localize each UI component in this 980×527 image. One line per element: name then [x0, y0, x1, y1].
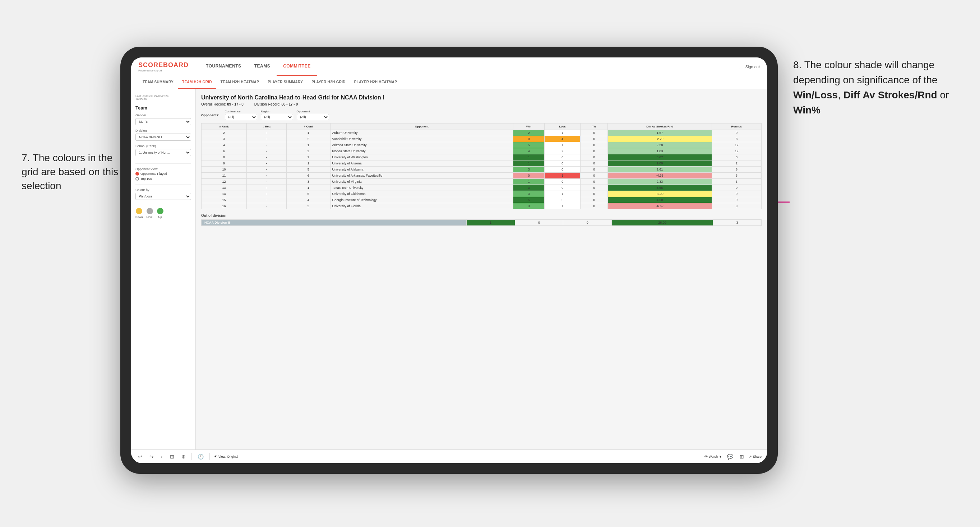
- cell-diff: 1.83: [608, 148, 712, 154]
- main-content: Last Updated: 27/03/2024 16:55:38 Team G…: [131, 89, 767, 449]
- cell-reg: -: [247, 142, 287, 148]
- zoom-button[interactable]: ⊕: [180, 453, 187, 460]
- tablet-frame: SCOREBOARD Powered by clippd TOURNAMENTS…: [120, 47, 778, 474]
- annotation-right-number: 8.: [793, 59, 802, 70]
- view-original-button[interactable]: 👁 View: Original: [214, 455, 238, 459]
- cell-rank: 16: [202, 203, 247, 209]
- out-div-diff: 26.00: [612, 220, 713, 226]
- logo-subtitle: Powered by clippd: [138, 69, 189, 72]
- tab-player-h2h-heatmap[interactable]: PLAYER H2H HEATMAP: [350, 76, 401, 89]
- col-rank: # Rank: [202, 124, 247, 130]
- share-icon: ↗: [749, 455, 752, 459]
- cell-conf: 2: [287, 154, 331, 160]
- cell-rank: 11: [202, 173, 247, 179]
- cell-win: 1: [513, 160, 545, 167]
- chevron-down-icon: ▼: [719, 455, 722, 459]
- cell-diff: 2.33: [608, 179, 712, 185]
- cell-reg: -: [247, 148, 287, 154]
- col-reg: # Reg: [247, 124, 287, 130]
- cell-tie: 0: [581, 154, 608, 160]
- cell-loss: 0: [544, 160, 580, 167]
- legend-row: Down Level Up: [135, 208, 191, 219]
- radio-opponents-played[interactable]: Opponents Played: [135, 172, 191, 176]
- gender-select[interactable]: Men's: [135, 118, 191, 125]
- cell-opponent: University of Florida: [330, 203, 513, 209]
- col-diff: Diff Av Strokes/Rnd: [608, 124, 712, 130]
- annotation-right-text: The colour shade will change depending o…: [793, 59, 938, 86]
- cell-rank: 9: [202, 160, 247, 167]
- cell-win: 1: [513, 179, 545, 185]
- undo-button[interactable]: ↩: [137, 453, 144, 460]
- tab-team-summary[interactable]: TEAM SUMMARY: [138, 76, 178, 89]
- tab-team-h2h-grid[interactable]: TEAM H2H GRID: [178, 76, 216, 89]
- clock-button[interactable]: 🕐: [196, 453, 205, 460]
- cell-win: 5: [513, 142, 545, 148]
- school-label: School (Rank): [135, 144, 191, 148]
- cell-loss: 1: [544, 130, 580, 136]
- record-row: Overall Record: 89 - 17 - 0 Division Rec…: [201, 102, 762, 106]
- radio-top100[interactable]: Top 100: [135, 177, 191, 181]
- cell-win: 2: [513, 130, 545, 136]
- division-label: Division: [135, 129, 191, 132]
- region-filter-select[interactable]: (All): [261, 114, 293, 120]
- table-row: 14 - 6 University of Oklahoma 3 1 0 -1.0…: [202, 191, 762, 197]
- comment-button[interactable]: 💬: [725, 453, 735, 460]
- panel-divider-1: [135, 163, 191, 164]
- out-of-division-table: NCAA Division II 1 0 0 26.00 3: [201, 219, 762, 226]
- watch-button[interactable]: 👁 Watch ▼: [705, 455, 722, 459]
- nav-tournaments[interactable]: TOURNAMENTS: [199, 57, 248, 76]
- table-row: 2 - 1 Auburn University 2 1 0 1.67 9: [202, 130, 762, 136]
- cell-reg: -: [247, 185, 287, 191]
- nav-teams[interactable]: TEAMS: [248, 57, 277, 76]
- conference-filter-select[interactable]: (All): [225, 114, 257, 120]
- cell-loss: 0: [544, 154, 580, 160]
- nav-committee[interactable]: COMMITTEE: [277, 57, 317, 76]
- cell-win: 3: [513, 191, 545, 197]
- annotation-left: 7. The colours in the grid are based on …: [22, 151, 122, 193]
- sign-out-button[interactable]: Sign out: [740, 65, 760, 69]
- cell-rounds: 3: [712, 179, 761, 185]
- cell-opponent: University of Alabama: [330, 167, 513, 173]
- colour-by-select[interactable]: Win/Loss: [135, 193, 191, 200]
- left-panel: Last Updated: 27/03/2024 16:55:38 Team G…: [131, 89, 196, 449]
- table-row: 16 - 2 University of Florida 3 1 0 -6.62…: [202, 203, 762, 209]
- out-div-win: 1: [466, 220, 515, 226]
- annotation-left-number: 7.: [22, 152, 30, 163]
- tab-player-summary[interactable]: PLAYER SUMMARY: [263, 76, 307, 89]
- school-select[interactable]: 1. University of Nort...: [135, 149, 191, 156]
- opponents-label: Opponents:: [201, 113, 220, 117]
- conference-filter-group: Conference (All): [225, 110, 257, 120]
- cell-rounds: 8: [712, 167, 761, 173]
- cell-loss: 1: [544, 173, 580, 179]
- redo-button[interactable]: ↪: [148, 453, 155, 460]
- annotation-diffav: Diff Av Strokes/Rnd: [843, 89, 937, 100]
- crop-button[interactable]: ⊞: [169, 453, 176, 460]
- cell-reg: -: [247, 160, 287, 167]
- cell-loss: 1: [544, 142, 580, 148]
- cell-tie: 0: [581, 142, 608, 148]
- region-filter-group: Region (All): [261, 110, 293, 120]
- colour-by-label: Colour by: [135, 188, 191, 192]
- toolbar-right: 👁 Watch ▼ 💬 ⊞ ↗ Share: [705, 453, 762, 460]
- nav-back-button[interactable]: ‹: [159, 453, 164, 460]
- annotation-winpct: Win%: [793, 105, 821, 116]
- division-select[interactable]: NCAA Division I: [135, 133, 191, 141]
- opponent-filter-select[interactable]: (All): [297, 114, 329, 120]
- tab-player-h2h-grid[interactable]: PLAYER H2H GRID: [307, 76, 350, 89]
- cell-rank: 2: [202, 130, 247, 136]
- cell-opponent: University of Arkansas, Fayetteville: [330, 173, 513, 179]
- cell-rank: 12: [202, 179, 247, 185]
- eye-icon: 👁: [705, 455, 708, 459]
- cell-rounds: 9: [712, 191, 761, 197]
- col-loss: Loss: [544, 124, 580, 130]
- share-button[interactable]: ↗ Share: [749, 455, 762, 459]
- grid-button[interactable]: ⊞: [738, 453, 745, 460]
- cell-opponent: Georgia Institute of Technology: [330, 197, 513, 203]
- tab-team-h2h-heatmap[interactable]: TEAM H2H HEATMAP: [216, 76, 263, 89]
- cell-loss: 0: [544, 167, 580, 173]
- cell-rounds: 9: [712, 185, 761, 191]
- cell-win: 0: [513, 136, 545, 142]
- cell-rounds: 12: [712, 148, 761, 154]
- table-row: 10 - 5 University of Alabama 3 0 0 2.61 …: [202, 167, 762, 173]
- table-header-row: # Rank # Reg # Conf Opponent Win Loss Ti…: [202, 124, 762, 130]
